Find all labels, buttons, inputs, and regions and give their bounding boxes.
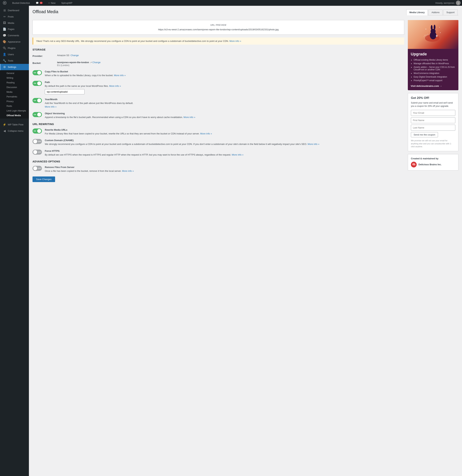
toggle-force-https-title: Force HTTPS <box>45 150 404 152</box>
toggle-remove-files-switch[interactable] <box>33 166 42 171</box>
sidebar-item-posts[interactable]: ✏ Posts <box>0 14 29 20</box>
plugins-icon: 🔌 <box>3 46 6 50</box>
toggle-rewrite-urls: Rewrite Media URLs For Media Library fil… <box>33 128 404 136</box>
pages-icon: 📄 <box>3 27 6 31</box>
toggle-custom-domain-title: Custom Domain (CNAME) <box>45 139 404 142</box>
avatar: ij <box>456 0 461 5</box>
creator-name: Delicious Brains Inc. <box>418 163 442 166</box>
toggle-object-versioning-desc: Append a timestamp to the file's bucket … <box>45 116 404 119</box>
users-icon: 👤 <box>3 53 6 56</box>
tab-media-library[interactable]: Media Library <box>406 9 428 15</box>
submenu-privacy[interactable]: Privacy <box>0 99 29 104</box>
force-https-more-info[interactable]: More info » <box>232 153 244 156</box>
content-area: URL PREVIEW https://s3-eu-west-2.amazona… <box>33 20 458 182</box>
notifications[interactable]: 💬 0 <box>34 0 44 6</box>
bucket-change-link[interactable]: Change <box>92 61 101 64</box>
url-preview-label: URL PREVIEW <box>36 24 401 26</box>
toggle-year-month-switch[interactable] <box>33 98 42 103</box>
sidebar-item-plugins[interactable]: 🔌 Plugins <box>0 45 29 51</box>
toggle-object-versioning-title: Object Versioning <box>45 112 404 115</box>
toggle-object-versioning: Object Versioning Append a timestamp to … <box>33 112 404 119</box>
coupon-email-input[interactable] <box>411 110 455 116</box>
submenu-reading[interactable]: Reading <box>0 80 29 85</box>
new-content[interactable]: + New <box>47 0 57 6</box>
creator-title: Created & maintained by <box>411 157 455 160</box>
bucket-value: ianmjones-wpom-lite-london ↗ Change EU (… <box>57 61 404 67</box>
coupon-box: Get 20% Off! Submit your name and email … <box>408 93 458 151</box>
warning-more-info-link[interactable]: More info » <box>229 40 241 42</box>
sidebar-item-tools[interactable]: 🔧 Tools <box>0 58 29 64</box>
provider-change-link[interactable]: Change <box>70 54 79 57</box>
rewrite-urls-more-info[interactable]: More info » <box>200 132 212 135</box>
coupon-desc: Submit your name and email and we'll sen… <box>411 101 455 108</box>
sidebar-item-comments[interactable]: 💬 Comments <box>0 32 29 39</box>
sidebar-item-collapse[interactable]: ◀ Collapse menu <box>0 128 29 134</box>
submenu-discussion[interactable]: Discussion <box>0 85 29 90</box>
toggle-year-month-content: Year/Month Add the Year/Month to the end… <box>45 98 404 109</box>
sidebar-item-dashboard[interactable]: ⊞ Dashboard <box>0 7 29 14</box>
provider-row: Provider: Amazon S3 Change <box>33 54 404 57</box>
path-more-info[interactable]: More info » <box>109 85 121 87</box>
coupon-disclaimer: We promise we will not use your email fo… <box>411 139 455 148</box>
custom-domain-more-info[interactable]: More info » <box>308 143 319 145</box>
sidebar-item-users[interactable]: 👤 Users <box>0 51 29 58</box>
toggle-rewrite-urls-switch[interactable] <box>33 128 42 134</box>
site-name[interactable]: Bucket Detective <box>11 0 31 6</box>
settings-main: URL PREVIEW https://s3-eu-west-2.amazona… <box>33 20 404 182</box>
submenu-offload-media[interactable]: Offload Media <box>0 113 29 118</box>
coupon-first-name-input[interactable] <box>411 117 455 123</box>
object-versioning-more-info[interactable]: More info » <box>183 116 195 119</box>
path-input[interactable] <box>45 89 85 94</box>
appearance-icon: 🎨 <box>3 40 6 43</box>
svg-point-6 <box>431 25 433 30</box>
toggle-remove-files-title: Remove Files From Server <box>45 166 404 169</box>
svg-point-10 <box>439 27 440 28</box>
sidebar-item-appearance[interactable]: 🎨 Appearance <box>0 39 29 45</box>
toggle-copy-files-switch[interactable] <box>33 70 42 75</box>
feature-1: Offload existing Media Library items <box>414 59 455 61</box>
comments-icon: 💬 <box>3 34 6 37</box>
toggle-year-month: Year/Month Add the Year/Month to the end… <box>33 98 404 109</box>
sidebar-item-media[interactable]: 🖼 Media <box>0 20 29 26</box>
upgrade-title: Upgrade <box>411 52 455 57</box>
coupon-last-name-input[interactable] <box>411 125 455 131</box>
tab-addons[interactable]: Addons <box>428 9 443 15</box>
submenu-permalinks[interactable]: Permalinks <box>0 94 29 99</box>
submenu-writing[interactable]: Writing <box>0 76 29 80</box>
url-preview-box: URL PREVIEW https://s3-eu-west-2.amazona… <box>33 20 404 35</box>
wp-logo[interactable]: W <box>1 0 8 6</box>
toggle-path-switch[interactable] <box>33 81 42 86</box>
remove-files-more-info[interactable]: More info » <box>122 170 134 172</box>
toggle-object-versioning-content: Object Versioning Append a timestamp to … <box>45 112 404 119</box>
bucket-row: Bucket: ianmjones-wpom-lite-london ↗ Cha… <box>33 61 404 67</box>
submenu-media[interactable]: Media <box>0 90 29 94</box>
upgrade-cta-link[interactable]: Visit deliciousbrains.com → <box>411 85 442 87</box>
feature-3: Assets addon – Serve your CSS & JS from … <box>414 66 455 71</box>
plugin-link[interactable]: SpinupWP <box>60 0 74 6</box>
toggle-path-desc: By default the path is the same as your … <box>45 84 404 88</box>
toggle-custom-domain-switch[interactable] <box>33 139 42 144</box>
toggle-object-versioning-switch[interactable] <box>33 112 42 117</box>
save-changes-button[interactable]: Save Changes <box>33 177 55 182</box>
storage-section-title: STORAGE <box>33 48 404 51</box>
submenu-general[interactable]: General <box>0 71 29 76</box>
sidebar-item-pages[interactable]: 📄 Pages <box>0 26 29 32</box>
toggle-knob <box>33 166 37 170</box>
year-month-more-info[interactable]: More info » <box>45 105 57 108</box>
toggle-remove-files-content: Remove Files From Server Once a file has… <box>45 166 404 173</box>
toggle-force-https-switch[interactable] <box>33 150 42 155</box>
sidebar-item-wp-table-pixie[interactable]: ⚡ WP Table Pixie <box>0 121 29 128</box>
submenu-limit-login[interactable]: Limit Login Attempts <box>0 109 29 113</box>
svg-point-7 <box>434 25 436 30</box>
toggle-custom-domain-content: Custom Domain (CNAME) We strongly recomm… <box>45 139 404 146</box>
sidebar-item-settings[interactable]: ⚙ Settings <box>0 64 29 70</box>
rabbit-illustration <box>422 24 444 45</box>
sidebar: ⊞ Dashboard ✏ Posts 🖼 Media 📄 Pages 💬 Co… <box>0 6 29 476</box>
upgrade-features-list: Offload existing Media Library items Man… <box>411 59 455 82</box>
submenu-redis[interactable]: Redis <box>0 104 29 109</box>
copy-files-more-info[interactable]: More info » <box>114 74 126 77</box>
coupon-submit-button[interactable]: Send me the coupon <box>411 132 438 137</box>
tab-support[interactable]: Support <box>443 9 458 15</box>
creator-info: 🧠 Delicious Brains Inc. <box>411 162 455 167</box>
posts-icon: ✏ <box>3 15 6 18</box>
